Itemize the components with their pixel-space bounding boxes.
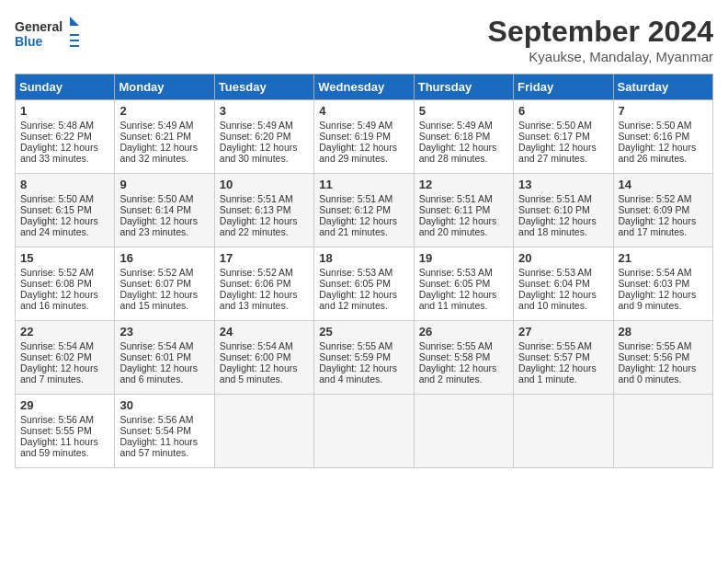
calendar-week: 1Sunrise: 5:48 AMSunset: 6:22 PMDaylight… <box>16 100 713 174</box>
sunrise: Sunrise: 5:52 AM <box>119 267 193 278</box>
sunset: Sunset: 6:05 PM <box>319 278 391 289</box>
sunrise: Sunrise: 5:55 AM <box>518 340 592 351</box>
location-subtitle: Kyaukse, Mandalay, Myanmar <box>488 49 713 64</box>
daylight: Daylight: 12 hours and 1 minute. <box>518 362 597 385</box>
day-number: 26 <box>419 325 508 339</box>
weekday-header: Saturday <box>613 75 712 100</box>
calendar-cell: 4Sunrise: 5:49 AMSunset: 6:19 PMDaylight… <box>314 100 414 174</box>
daylight: Daylight: 12 hours and 27 minutes. <box>518 142 597 164</box>
day-number: 29 <box>20 398 109 412</box>
calendar-cell: 26Sunrise: 5:55 AMSunset: 5:58 PMDayligh… <box>414 321 513 395</box>
logo-svg: General Blue <box>15 15 79 55</box>
sunrise: Sunrise: 5:51 AM <box>220 193 293 204</box>
sunset: Sunset: 6:18 PM <box>419 131 491 142</box>
day-number: 20 <box>518 251 608 265</box>
calendar-cell: 8Sunrise: 5:50 AMSunset: 6:15 PMDaylight… <box>16 174 115 247</box>
sunrise: Sunrise: 5:54 AM <box>619 267 692 278</box>
daylight: Daylight: 11 hours and 57 minutes. <box>119 436 198 458</box>
calendar-cell: 28Sunrise: 5:55 AMSunset: 5:56 PMDayligh… <box>613 321 712 395</box>
daylight: Daylight: 12 hours and 29 minutes. <box>319 142 397 164</box>
calendar-week: 22Sunrise: 5:54 AMSunset: 6:02 PMDayligh… <box>16 321 713 395</box>
daylight: Daylight: 12 hours and 2 minutes. <box>419 362 497 385</box>
sunset: Sunset: 6:17 PM <box>518 131 590 142</box>
calendar-week: 29Sunrise: 5:56 AMSunset: 5:55 PMDayligh… <box>16 395 713 468</box>
calendar-cell: 11Sunrise: 5:51 AMSunset: 6:12 PMDayligh… <box>314 174 414 247</box>
page-header: General Blue September 2024 Kyaukse, Man… <box>15 15 713 64</box>
day-number: 24 <box>220 325 309 339</box>
calendar-cell: 30Sunrise: 5:56 AMSunset: 5:54 PMDayligh… <box>115 395 214 468</box>
calendar-cell: 9Sunrise: 5:50 AMSunset: 6:14 PMDaylight… <box>115 174 214 247</box>
calendar-cell: 12Sunrise: 5:51 AMSunset: 6:11 PMDayligh… <box>414 174 513 247</box>
sunset: Sunset: 6:11 PM <box>419 204 491 215</box>
calendar-cell: 6Sunrise: 5:50 AMSunset: 6:17 PMDaylight… <box>514 100 613 174</box>
day-number: 6 <box>518 104 608 118</box>
day-number: 5 <box>419 104 508 118</box>
calendar-cell: 14Sunrise: 5:52 AMSunset: 6:09 PMDayligh… <box>613 174 712 247</box>
daylight: Daylight: 12 hours and 17 minutes. <box>619 215 697 237</box>
weekday-header: Monday <box>115 75 214 100</box>
sunrise: Sunrise: 5:56 AM <box>20 414 94 425</box>
daylight: Daylight: 12 hours and 22 minutes. <box>220 215 298 237</box>
calendar-week: 8Sunrise: 5:50 AMSunset: 6:15 PMDaylight… <box>16 174 713 247</box>
calendar-cell: 29Sunrise: 5:56 AMSunset: 5:55 PMDayligh… <box>16 395 115 468</box>
sunrise: Sunrise: 5:48 AM <box>20 120 94 131</box>
day-number: 25 <box>319 325 408 339</box>
sunrise: Sunrise: 5:53 AM <box>518 267 592 278</box>
calendar-cell: 23Sunrise: 5:54 AMSunset: 6:01 PMDayligh… <box>115 321 214 395</box>
calendar-cell: 25Sunrise: 5:55 AMSunset: 5:59 PMDayligh… <box>314 321 414 395</box>
sunset: Sunset: 6:09 PM <box>619 204 690 215</box>
sunset: Sunset: 6:03 PM <box>619 278 690 289</box>
calendar-cell: 24Sunrise: 5:54 AMSunset: 6:00 PMDayligh… <box>214 321 313 395</box>
weekday-header: Tuesday <box>214 75 313 100</box>
calendar-cell: 20Sunrise: 5:53 AMSunset: 6:04 PMDayligh… <box>514 247 613 321</box>
sunrise: Sunrise: 5:54 AM <box>20 340 94 351</box>
sunrise: Sunrise: 5:52 AM <box>619 193 692 204</box>
sunset: Sunset: 5:54 PM <box>119 425 191 436</box>
day-number: 2 <box>119 104 209 118</box>
day-number: 22 <box>20 325 109 339</box>
sunset: Sunset: 6:05 PM <box>419 278 491 289</box>
sunset: Sunset: 6:22 PM <box>20 131 92 142</box>
sunset: Sunset: 6:00 PM <box>220 351 291 362</box>
daylight: Daylight: 12 hours and 28 minutes. <box>419 142 497 164</box>
sunrise: Sunrise: 5:54 AM <box>119 340 193 351</box>
sunrise: Sunrise: 5:50 AM <box>619 120 692 131</box>
day-number: 10 <box>220 178 309 191</box>
title-block: September 2024 Kyaukse, Mandalay, Myanma… <box>488 15 713 64</box>
sunset: Sunset: 6:08 PM <box>20 278 92 289</box>
daylight: Daylight: 11 hours and 59 minutes. <box>20 436 98 458</box>
daylight: Daylight: 12 hours and 6 minutes. <box>119 362 198 385</box>
calendar-cell: 1Sunrise: 5:48 AMSunset: 6:22 PMDaylight… <box>16 100 115 174</box>
calendar-cell: 10Sunrise: 5:51 AMSunset: 6:13 PMDayligh… <box>214 174 313 247</box>
daylight: Daylight: 12 hours and 24 minutes. <box>20 215 98 237</box>
daylight: Daylight: 12 hours and 15 minutes. <box>119 289 198 311</box>
svg-text:Blue: Blue <box>15 34 43 49</box>
sunrise: Sunrise: 5:52 AM <box>220 267 293 278</box>
calendar-cell: 15Sunrise: 5:52 AMSunset: 6:08 PMDayligh… <box>16 247 115 321</box>
daylight: Daylight: 12 hours and 12 minutes. <box>319 289 397 311</box>
month-title: September 2024 <box>488 15 713 49</box>
day-number: 17 <box>220 251 309 265</box>
day-number: 28 <box>619 325 708 339</box>
day-number: 23 <box>119 325 209 339</box>
daylight: Daylight: 12 hours and 26 minutes. <box>619 142 697 164</box>
logo: General Blue <box>15 15 79 55</box>
day-number: 30 <box>119 398 209 412</box>
day-number: 16 <box>119 251 209 265</box>
daylight: Daylight: 12 hours and 20 minutes. <box>419 215 497 237</box>
calendar-cell: 2Sunrise: 5:49 AMSunset: 6:21 PMDaylight… <box>115 100 214 174</box>
day-number: 15 <box>20 251 109 265</box>
daylight: Daylight: 12 hours and 18 minutes. <box>518 215 597 237</box>
daylight: Daylight: 12 hours and 0 minutes. <box>619 362 697 385</box>
sunset: Sunset: 6:12 PM <box>319 204 391 215</box>
daylight: Daylight: 12 hours and 32 minutes. <box>119 142 198 164</box>
day-number: 21 <box>619 251 708 265</box>
calendar-cell: 5Sunrise: 5:49 AMSunset: 6:18 PMDaylight… <box>414 100 513 174</box>
sunset: Sunset: 6:20 PM <box>220 131 291 142</box>
day-number: 18 <box>319 251 408 265</box>
sunrise: Sunrise: 5:49 AM <box>220 120 293 131</box>
sunrise: Sunrise: 5:54 AM <box>220 340 293 351</box>
sunrise: Sunrise: 5:50 AM <box>518 120 592 131</box>
calendar-cell <box>214 395 313 468</box>
sunset: Sunset: 5:56 PM <box>619 351 690 362</box>
